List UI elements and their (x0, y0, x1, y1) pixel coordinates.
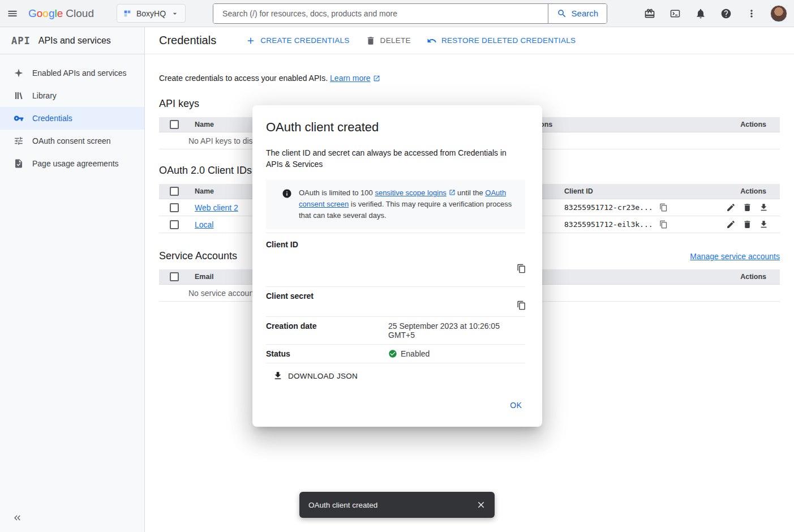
client-id-row: Client ID (266, 233, 525, 286)
more-vert-icon (746, 8, 757, 19)
external-link-icon (373, 75, 380, 82)
copy-icon[interactable] (659, 220, 668, 229)
select-all-checkbox[interactable] (170, 272, 179, 281)
sidebar-item-label: Enabled APIs and services (32, 68, 127, 78)
sidebar-item-page-usage-agreements[interactable]: Page usage agreements (0, 152, 144, 175)
status-badge: Enabled (401, 349, 430, 358)
download-json-label: DOWNLOAD JSON (288, 372, 358, 380)
manage-service-accounts-link[interactable]: Manage service accounts (690, 252, 780, 261)
create-credentials-button[interactable]: CREATE CREDENTIALS (238, 31, 357, 50)
help-icon (720, 8, 732, 19)
sensitive-scope-logins-link[interactable]: sensitive scope logins (375, 188, 446, 197)
client-id-value-redacted (388, 240, 525, 280)
row-checkbox[interactable] (170, 203, 179, 212)
cloud-shell-button[interactable] (663, 1, 688, 26)
edit-icon[interactable] (726, 220, 736, 229)
project-selector[interactable]: BoxyHQ (117, 4, 186, 23)
sidebar-collapse-button[interactable] (8, 508, 27, 527)
apis-services-logo: API (11, 35, 31, 46)
learn-more-link[interactable]: Learn more (330, 74, 371, 83)
sidebar-item-oauth-consent[interactable]: OAuth consent screen (0, 130, 144, 152)
delete-button[interactable]: DELETE (358, 31, 419, 50)
cloud-shell-icon (669, 8, 681, 19)
create-credentials-label: CREATE CREDENTIALS (260, 36, 349, 45)
enabled-apis-icon (14, 68, 24, 78)
free-trial-gift-button[interactable] (637, 1, 662, 26)
column-header-actions: Actions (740, 121, 780, 128)
search-input[interactable] (213, 4, 547, 23)
external-link-icon (449, 189, 456, 196)
delete-icon[interactable] (743, 203, 752, 212)
copy-icon[interactable] (517, 301, 526, 310)
user-avatar[interactable] (770, 5, 787, 22)
download-icon (273, 371, 283, 381)
client-secret-label: Client secret (266, 291, 388, 301)
sidebar: API APIs and services Enabled APIs and s… (0, 27, 145, 532)
copy-icon[interactable] (659, 203, 668, 212)
column-header-actions: Actions (740, 187, 780, 195)
status-row: Status Enabled (266, 344, 525, 363)
creation-date-value: 25 September 2023 at 10:26:05 GMT+5 (388, 321, 525, 340)
creation-date-label: Creation date (266, 321, 388, 331)
select-all-checkbox[interactable] (170, 120, 179, 129)
sidebar-item-label: OAuth consent screen (32, 136, 111, 145)
google-cloud-logo[interactable]: Google Cloud (28, 7, 94, 20)
download-json-button[interactable]: DOWNLOAD JSON (273, 371, 525, 381)
search-button[interactable]: Search (548, 4, 607, 23)
oauth-client-created-dialog: OAuth client created The client ID and s… (252, 105, 542, 427)
download-icon[interactable] (759, 220, 769, 229)
sidebar-header: API APIs and services (0, 27, 144, 54)
download-icon[interactable] (759, 203, 769, 212)
notifications-button[interactable] (688, 1, 713, 26)
client-id-label: Client ID (266, 240, 388, 249)
project-name: BoxyHQ (136, 9, 166, 18)
service-accounts-title: Service Accounts (159, 250, 237, 262)
hamburger-menu-icon (7, 8, 18, 19)
hamburger-menu-button[interactable] (0, 1, 25, 26)
search-icon (557, 8, 567, 19)
notice-text: OAuth is limited to 100 sensitive scope … (299, 187, 517, 221)
search-button-label: Search (572, 8, 599, 18)
dialog-body-text: The client ID and secret can always be a… (266, 147, 516, 170)
more-options-button[interactable] (739, 1, 764, 26)
oauth-client-link[interactable]: Web client 2 (195, 203, 238, 212)
client-id-value: 83255951712-cr23e... (564, 203, 653, 212)
collapse-icon (12, 513, 23, 523)
row-checkbox[interactable] (170, 220, 179, 229)
client-secret-row: Client secret (266, 286, 525, 316)
top-bar: Google Cloud BoxyHQ Search (0, 0, 794, 27)
restore-deleted-credentials-button[interactable]: RESTORE DELETED CREDENTIALS (419, 31, 583, 50)
select-all-checkbox[interactable] (170, 187, 179, 196)
agreements-icon (14, 158, 24, 169)
sidebar-item-label: Library (32, 91, 57, 100)
notifications-icon (695, 8, 706, 19)
sidebar-item-enabled-apis[interactable]: Enabled APIs and services (0, 62, 144, 84)
oauth-consent-icon (14, 136, 24, 146)
toast-message: OAuth client created (308, 501, 471, 509)
client-secret-value-redacted (388, 291, 525, 312)
global-search: Search (213, 3, 607, 24)
check-circle-icon (388, 349, 397, 358)
sidebar-item-credentials[interactable]: Credentials (0, 107, 144, 130)
dialog-title: OAuth client created (266, 120, 525, 135)
gift-icon (644, 8, 655, 19)
ok-button[interactable]: OK (507, 396, 525, 414)
edit-icon[interactable] (726, 203, 736, 212)
page-title: Credentials (159, 34, 216, 47)
oauth-client-link[interactable]: Local (195, 220, 213, 229)
creation-date-row: Creation date 25 September 2023 at 10:26… (266, 316, 525, 344)
copy-icon[interactable] (517, 264, 526, 273)
key-icon (14, 113, 24, 123)
cloud-logo-word: Cloud (66, 7, 94, 20)
restore-label: RESTORE DELETED CREDENTIALS (441, 36, 576, 45)
delete-icon (366, 36, 376, 46)
page-header: Credentials CREATE CREDENTIALS DELETE RE… (145, 27, 794, 54)
sidebar-nav: Enabled APIs and services Library Creden… (0, 54, 144, 175)
help-button[interactable] (714, 1, 739, 26)
snackbar-toast: OAuth client created (299, 492, 495, 518)
sidebar-item-library[interactable]: Library (0, 84, 144, 107)
status-label: Status (266, 349, 388, 358)
delete-icon[interactable] (743, 220, 752, 229)
toast-close-button[interactable] (471, 495, 491, 515)
status-value: Enabled (388, 349, 525, 358)
